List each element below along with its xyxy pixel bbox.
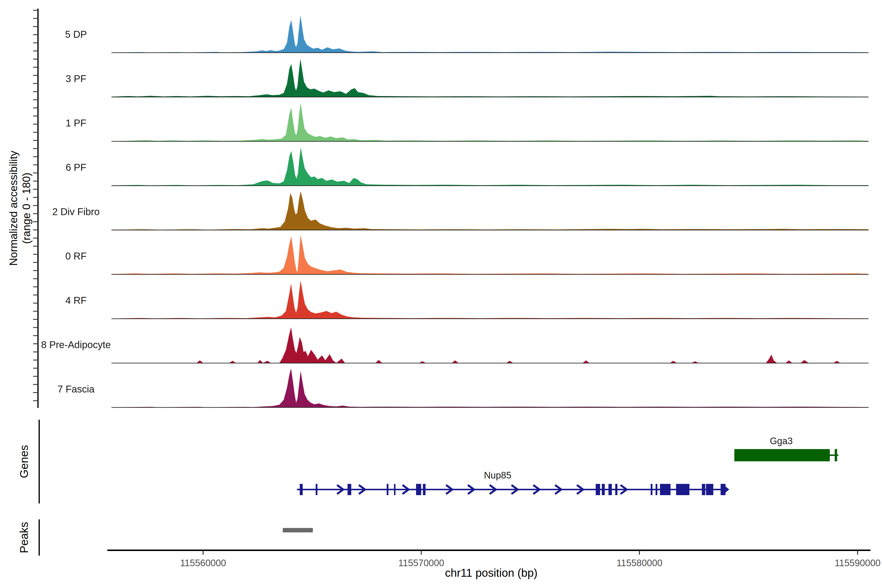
x-tick-label: 115570000 xyxy=(398,558,444,568)
track-label-1-pf: 1 PF xyxy=(66,118,86,129)
track-label-6-pf: 6 PF xyxy=(66,162,86,173)
track-label-2-div-fibro: 2 Div Fibro xyxy=(52,206,99,218)
gene-exon-nup85 xyxy=(348,484,351,495)
gene-exon-nup85 xyxy=(423,484,426,495)
track-area-0-rf xyxy=(111,236,868,274)
gene-exon-nup85 xyxy=(315,484,317,495)
track-area-5-dp xyxy=(111,16,868,52)
track-area-8-pre-adipocyte xyxy=(111,328,868,363)
track-area-2-div-fibro xyxy=(111,192,868,230)
gene-exon-nup85 xyxy=(416,484,421,495)
gene-exon-nup85 xyxy=(300,484,303,495)
track-area-6-pf xyxy=(111,148,868,186)
gene-exon-nup85 xyxy=(706,484,714,495)
gene-exon-nup85 xyxy=(387,484,388,495)
gene-exon-nup85 xyxy=(651,484,652,495)
gene-label-gga3: Gga3 xyxy=(770,436,793,446)
y-axis-label-line1: Normalized accessibility xyxy=(8,151,20,266)
track-label-8-pre-adipocyte: 8 Pre-Adipocyte xyxy=(41,339,111,350)
track-area-1-pf xyxy=(111,104,868,141)
track-label-3-pf: 3 PF xyxy=(66,73,86,84)
y-axis-label-line2: (range 0 - 180) xyxy=(20,172,33,244)
track-area-3-pf xyxy=(111,60,868,97)
x-tick-label: 115580000 xyxy=(616,558,662,568)
genes-section-label: Genes xyxy=(17,445,31,478)
peak-bar xyxy=(283,528,313,532)
track-label-5-dp: 5 DP xyxy=(65,29,87,40)
track-label-0-rf: 0 RF xyxy=(65,250,87,262)
gene-exon-gga3 xyxy=(835,449,837,461)
gene-exon-nup85 xyxy=(394,484,395,495)
gene-exon-nup85 xyxy=(656,484,657,495)
peaks-section-label: Peaks xyxy=(17,522,31,553)
x-tick-label: 115590000 xyxy=(835,558,880,568)
gene-exon-nup85 xyxy=(609,484,612,495)
plot-canvas xyxy=(0,0,882,588)
track-area-7-fascia xyxy=(111,369,868,407)
gene-exon-nup85 xyxy=(676,484,689,495)
gene-exon-nup85 xyxy=(660,484,670,495)
gene-exon-nup85 xyxy=(596,484,600,495)
x-axis-title: chr11 position (bp) xyxy=(445,566,537,579)
coverage-plot-figure: Normalized accessibility (range 0 - 180)… xyxy=(0,0,882,588)
gene-exon-gga3 xyxy=(734,449,830,461)
gene-exon-nup85 xyxy=(615,484,617,495)
gene-exon-nup85 xyxy=(602,484,604,495)
gene-exon-nup85 xyxy=(702,484,705,495)
x-tick-label: 115560000 xyxy=(180,558,226,568)
gene-label-nup85: Nup85 xyxy=(484,470,512,481)
track-area-4-rf xyxy=(111,281,868,319)
track-label-7-fascia: 7 Fascia xyxy=(57,384,94,395)
track-label-4-rf: 4 RF xyxy=(65,295,87,306)
